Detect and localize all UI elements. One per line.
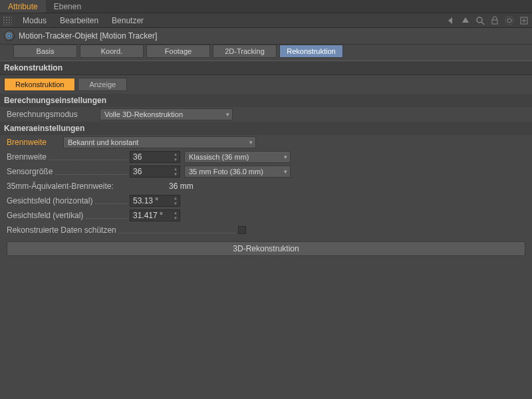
panel-grip-icon[interactable] xyxy=(3,16,12,25)
label-brennweite-known: Brennweite xyxy=(7,138,47,147)
spinner-down-icon[interactable]: ▼ xyxy=(172,201,180,206)
spinner-up-icon[interactable]: ▲ xyxy=(172,210,180,215)
nav-up-icon[interactable] xyxy=(460,15,471,26)
tab-rekonstruktion[interactable]: Rekonstruktion xyxy=(279,45,343,58)
lock-icon[interactable] xyxy=(489,15,500,26)
dropdown-berechnungsmodus[interactable]: Volle 3D-Rekonstruktion xyxy=(100,108,233,120)
dropdown-brennweite-known[interactable]: Bekannt und konstant xyxy=(63,136,256,148)
dropdown-sensor-preset[interactable]: 35 mm Foto (36.0 mm) xyxy=(184,166,291,178)
value-35mm-equiv: 36 mm xyxy=(166,182,194,191)
spinner-down-icon[interactable]: ▼ xyxy=(172,172,180,177)
section-rekonstruktion: Rekonstruktion xyxy=(0,61,532,75)
nav-back-icon[interactable] xyxy=(446,15,456,26)
svg-line-1 xyxy=(481,22,484,25)
menu-bearbeiten[interactable]: Bearbeiten xyxy=(53,16,105,25)
spinner-up-icon[interactable]: ▲ xyxy=(172,152,180,157)
input-fov-vertical[interactable]: 31.417 °▲▼ xyxy=(130,209,180,221)
new-panel-icon[interactable] xyxy=(519,15,529,26)
spinner-up-icon[interactable]: ▲ xyxy=(172,196,180,201)
tab-attribute[interactable]: Attribute xyxy=(0,0,46,13)
menu-modus[interactable]: Modus xyxy=(16,16,53,25)
tab-koord[interactable]: Koord. xyxy=(80,45,144,58)
dropdown-brennweite-preset[interactable]: Klassisch (36 mm) xyxy=(184,151,291,163)
button-3d-rekonstruktion[interactable]: 3D-Rekonstruktion xyxy=(7,241,525,256)
tab-2d-tracking[interactable]: 2D-Tracking xyxy=(213,45,277,58)
input-fov-horizontal[interactable]: 53.13 °▲▼ xyxy=(130,195,180,207)
input-brennweite[interactable]: 36▲▼ xyxy=(130,151,180,163)
svg-point-9 xyxy=(9,35,11,37)
subtab-rekonstruktion[interactable]: Rekonstruktion xyxy=(4,78,75,91)
section-kamera: Kameraeinstellungen xyxy=(0,122,532,135)
label-35mm-equiv: 35mm-Äquivalent-Brennweite: xyxy=(7,182,114,191)
label-fov-horizontal: Gesichtsfeld (horizontal) xyxy=(7,196,92,205)
tab-basis[interactable]: Basis xyxy=(13,45,77,58)
spinner-down-icon[interactable]: ▼ xyxy=(172,157,180,162)
tab-footage[interactable]: Footage xyxy=(146,45,210,58)
search-icon[interactable] xyxy=(475,15,485,26)
menu-benutzer[interactable]: Benutzer xyxy=(105,16,150,25)
object-title: Motion-Tracker-Objekt [Motion Tracker] xyxy=(19,31,157,41)
subtab-anzeige[interactable]: Anzeige xyxy=(78,78,127,91)
svg-rect-2 xyxy=(492,20,497,24)
checkbox-protect-data[interactable] xyxy=(238,226,246,234)
svg-point-4 xyxy=(505,17,513,25)
gear-icon[interactable] xyxy=(504,15,515,26)
label-brennweite: Brennweite xyxy=(7,152,47,162)
label-fov-vertical: Gesichtsfeld (vertikal) xyxy=(7,211,83,220)
svg-point-3 xyxy=(507,19,511,23)
motion-tracker-icon xyxy=(4,31,15,41)
spinner-up-icon[interactable]: ▲ xyxy=(172,166,180,172)
label-sensorgroesse: Sensorgröße xyxy=(7,167,53,176)
input-sensorgroesse[interactable]: 36▲▼ xyxy=(130,166,180,178)
section-berechnung: Berechnungseinstellungen xyxy=(0,94,532,107)
label-protect-data: Rekonstruierte Daten schützen xyxy=(7,225,116,235)
tab-ebenen[interactable]: Ebenen xyxy=(46,0,89,13)
svg-point-0 xyxy=(477,17,482,23)
label-berechnungsmodus: Berechnungsmodus xyxy=(7,110,78,119)
spinner-down-icon[interactable]: ▼ xyxy=(172,215,180,221)
